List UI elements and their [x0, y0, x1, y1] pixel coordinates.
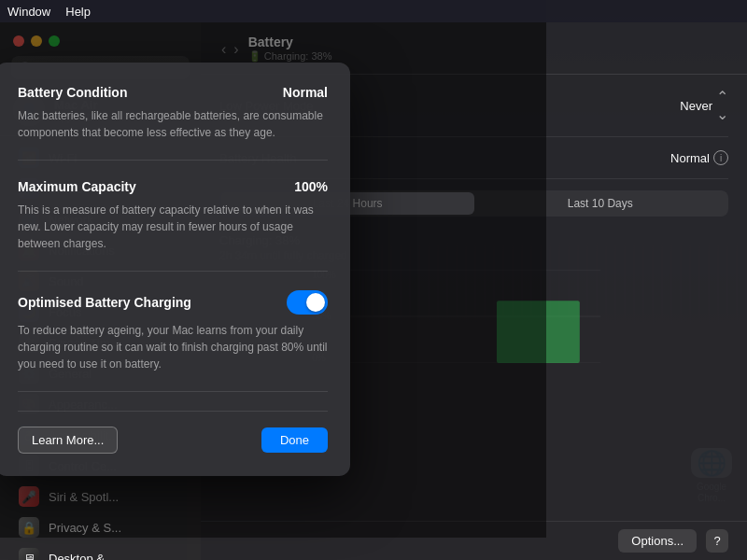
- optimised-charging-header: Optimised Battery Charging: [18, 290, 328, 315]
- info-icon[interactable]: i: [713, 150, 728, 165]
- stepper-icon[interactable]: ⌃⌄: [716, 88, 728, 123]
- battery-health-control: Normal i: [670, 150, 728, 165]
- optimised-charging-toggle[interactable]: [287, 290, 328, 315]
- max-capacity-value: 100%: [294, 179, 328, 194]
- modal-dialog: Battery Condition Normal Mac batteries, …: [0, 63, 350, 476]
- optimised-charging-desc: To reduce battery ageing, your Mac learn…: [18, 322, 328, 372]
- low-power-value: Never: [680, 99, 712, 113]
- toggle-knob: [306, 293, 325, 312]
- optimised-charging-title: Optimised Battery Charging: [18, 295, 191, 310]
- desktop-icon: 🖥: [19, 548, 39, 560]
- menu-help[interactable]: Help: [65, 5, 91, 19]
- low-power-control[interactable]: Never ⌃⌄: [680, 88, 728, 123]
- modal-overlay: Battery Condition Normal Mac batteries, …: [0, 0, 546, 538]
- learn-more-button[interactable]: Learn More...: [18, 427, 118, 454]
- battery-condition-header: Battery Condition Normal: [18, 85, 328, 100]
- help-button[interactable]: ?: [706, 529, 728, 553]
- max-capacity-section: Maximum Capacity 100% This is a measure …: [18, 179, 328, 272]
- sidebar-item-desktop[interactable]: 🖥 Desktop &...: [6, 543, 195, 560]
- battery-condition-section: Battery Condition Normal Mac batteries, …: [18, 85, 328, 161]
- battery-condition-value: Normal: [283, 85, 328, 100]
- max-capacity-title: Maximum Capacity: [18, 179, 136, 194]
- options-button[interactable]: Options...: [618, 529, 697, 553]
- modal-footer: Learn More... Done: [18, 411, 328, 454]
- desktop-label: Desktop &...: [49, 552, 115, 561]
- battery-condition-desc: Mac batteries, like all rechargeable bat…: [18, 107, 328, 141]
- max-capacity-desc: This is a measure of battery capacity re…: [18, 202, 328, 252]
- max-capacity-header: Maximum Capacity 100%: [18, 179, 328, 194]
- battery-condition-title: Battery Condition: [18, 85, 127, 100]
- menu-window[interactable]: Window: [7, 5, 50, 19]
- done-button[interactable]: Done: [261, 427, 328, 453]
- battery-health-value: Normal: [670, 151, 710, 165]
- optimised-charging-section: Optimised Battery Charging To reduce bat…: [18, 290, 328, 392]
- menu-bar: Window Help: [0, 0, 747, 22]
